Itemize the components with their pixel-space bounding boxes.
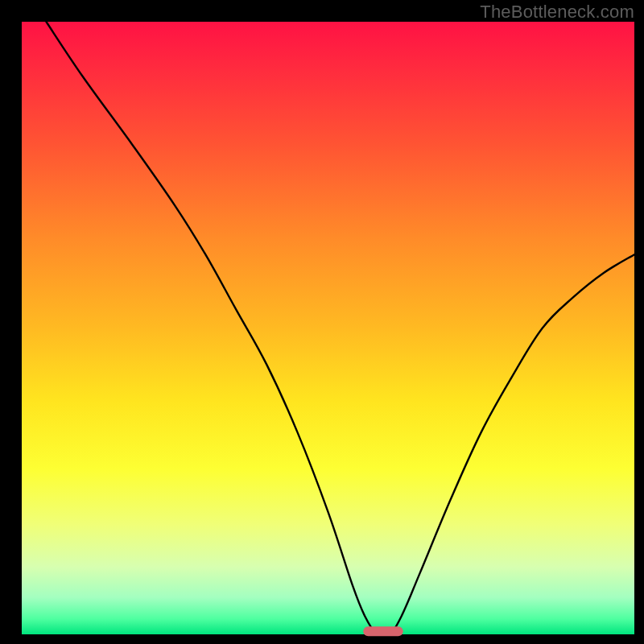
bottleneck-chart [0, 0, 644, 644]
chart-container: TheBottleneck.com [0, 0, 644, 644]
watermark-text: TheBottleneck.com [480, 2, 634, 23]
optimum-marker [363, 626, 402, 636]
